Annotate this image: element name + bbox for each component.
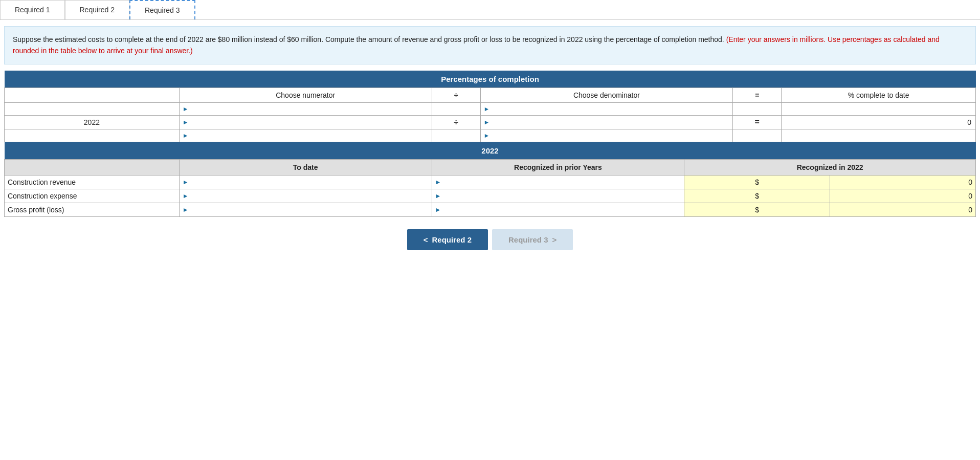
gross-profit-to-date: ►	[179, 203, 432, 216]
prev-button[interactable]: < Required 2	[407, 229, 488, 250]
pct-row2022-denominator-arrow: ►	[484, 119, 490, 126]
gross-profit-prior: ►	[432, 203, 684, 216]
year-section-col-headers: To date Recognized in prior Years Recogn…	[5, 159, 976, 175]
pct-equals-header: =	[733, 87, 782, 102]
construction-expense-dollar: $	[684, 189, 830, 203]
pct-row2022-denominator-select[interactable]	[492, 118, 729, 126]
construction-expense-to-date: ►	[179, 189, 432, 203]
prev-label: Required 2	[432, 235, 472, 244]
revenue-prior-arrow: ►	[435, 179, 441, 186]
nav-buttons: < Required 2 Required 3 >	[0, 229, 980, 250]
construction-expense-label: Construction expense	[5, 189, 180, 203]
pct-row0-denominator-arrow: ►	[484, 105, 490, 113]
pct-row2022-value: 0	[782, 115, 976, 129]
pct-row0-denominator-cell: ►	[480, 102, 733, 115]
gross-profit-label: Gross profit (loss)	[5, 203, 180, 216]
tab-required2[interactable]: Required 2	[65, 0, 130, 19]
expense-prior-arrow: ►	[435, 192, 441, 200]
pct-row3-denominator-cell: ►	[480, 129, 733, 142]
pct-row3-numerator-select[interactable]	[191, 132, 429, 140]
construction-revenue-prior: ►	[432, 175, 684, 189]
pct-row2022-numerator-arrow: ►	[183, 119, 189, 126]
construction-expense-prior: ►	[432, 189, 684, 203]
next-icon: >	[552, 235, 557, 244]
pct-row0-equals	[733, 102, 782, 115]
construction-revenue-label: Construction revenue	[5, 175, 180, 189]
pct-row0-label	[5, 102, 180, 115]
pct-row2022-denominator-cell: ►	[480, 115, 733, 129]
pct-row0-pct	[782, 102, 976, 115]
year-section-header-row: 2022	[5, 142, 976, 160]
tab-required3-label: Required 3	[145, 6, 180, 14]
pct-row2022-numerator-cell: ►	[179, 115, 432, 129]
pct-row0-denominator-select[interactable]	[492, 105, 729, 113]
prev-icon: <	[424, 235, 428, 244]
pct-row2022-numerator-select[interactable]	[191, 118, 429, 126]
revenue-prior-select[interactable]	[443, 178, 681, 186]
pct-table-header: Percentages of completion	[5, 71, 976, 88]
pct-denominator-header: Choose denominator	[480, 87, 733, 102]
revenue-to-date-arrow: ►	[183, 179, 189, 186]
pct-row3-pct	[782, 129, 976, 142]
pct-row3-denominator-arrow: ►	[484, 132, 490, 139]
gross-profit-prior-select[interactable]	[443, 206, 681, 214]
construction-expense-row: Construction expense ► ►	[5, 189, 976, 203]
tab-required1-label: Required 1	[15, 6, 50, 14]
instruction-main-text: Suppose the estimated costs to complete …	[13, 35, 724, 43]
construction-expense-value: 0	[830, 189, 976, 203]
construction-revenue-value: 0	[830, 175, 976, 189]
year-col-to-date: To date	[179, 159, 432, 175]
pct-row-2022: 2022 ► ÷ ►	[5, 115, 976, 129]
next-button[interactable]: Required 3 >	[492, 229, 573, 250]
pct-complete-header: % complete to date	[782, 87, 976, 102]
pct-label-col-header	[5, 87, 180, 102]
revenue-to-date-select[interactable]	[191, 178, 429, 186]
gross-profit-to-date-arrow: ►	[183, 206, 189, 213]
year-col-prior-years: Recognized in prior Years	[432, 159, 684, 175]
pct-row0-numerator-arrow: ►	[183, 105, 189, 113]
gross-profit-row: Gross profit (loss) ► ►	[5, 203, 976, 216]
gross-profit-prior-arrow: ►	[435, 206, 441, 213]
tab-required1[interactable]: Required 1	[0, 0, 65, 19]
pct-row3-numerator-cell: ►	[179, 129, 432, 142]
pct-row0-numerator-cell: ►	[179, 102, 432, 115]
pct-row0-operator	[432, 102, 480, 115]
pct-row2022-year: 2022	[5, 115, 180, 129]
pct-row2022-equals: =	[733, 115, 782, 129]
expense-to-date-select[interactable]	[191, 192, 429, 200]
pct-row3-denominator-select[interactable]	[492, 132, 729, 140]
pct-row3-numerator-arrow: ►	[183, 132, 189, 139]
tabs-container: Required 1 Required 2 Required 3	[0, 0, 980, 20]
year-col-current-year: Recognized in 2022	[684, 159, 976, 175]
year-col-label	[5, 159, 180, 175]
construction-revenue-to-date: ►	[179, 175, 432, 189]
next-label: Required 3	[508, 235, 548, 244]
year-section-table: 2022 To date Recognized in prior Years R…	[4, 142, 976, 217]
construction-revenue-dollar: $	[684, 175, 830, 189]
pct-header-row: Percentages of completion	[5, 71, 976, 88]
main-content: Percentages of completion Choose numerat…	[4, 71, 976, 217]
gross-profit-value: 0	[830, 203, 976, 216]
pct-row3-operator	[432, 129, 480, 142]
expense-prior-select[interactable]	[443, 192, 681, 200]
expense-to-date-arrow: ►	[183, 192, 189, 200]
pct-row3-label	[5, 129, 180, 142]
pct-numerator-header: Choose numerator	[179, 87, 432, 102]
pct-operator-header: ÷	[432, 87, 480, 102]
pct-row2022-operator: ÷	[432, 115, 480, 129]
pct-table: Percentages of completion Choose numerat…	[4, 71, 976, 142]
tab-required2-label: Required 2	[80, 6, 115, 14]
tab-required3[interactable]: Required 3	[129, 0, 195, 19]
construction-revenue-row: Construction revenue ► ►	[5, 175, 976, 189]
pct-row-3: ► ►	[5, 129, 976, 142]
pct-row-0: ► ►	[5, 102, 976, 115]
gross-profit-to-date-select[interactable]	[191, 206, 429, 214]
year-section-header: 2022	[5, 142, 976, 160]
gross-profit-dollar: $	[684, 203, 830, 216]
instruction-box: Suppose the estimated costs to complete …	[4, 26, 976, 64]
pct-row3-equals	[733, 129, 782, 142]
pct-row0-numerator-select[interactable]	[191, 105, 429, 113]
pct-col-header-row: Choose numerator ÷ Choose denominator = …	[5, 87, 976, 102]
